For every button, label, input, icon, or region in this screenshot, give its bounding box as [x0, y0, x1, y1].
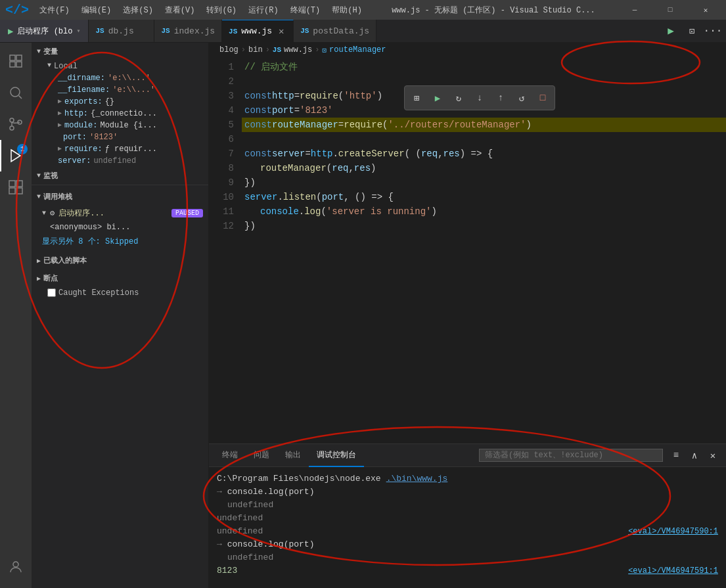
debug-restart-btn[interactable]: ↺: [512, 89, 531, 107]
debug-continue-btn[interactable]: ▶: [428, 89, 447, 107]
svg-point-6: [10, 118, 14, 122]
panel-close-btn[interactable]: ✕: [705, 447, 721, 463]
var-port[interactable]: port: '8123': [32, 131, 208, 143]
var-port-name: port:: [63, 133, 87, 142]
tab-db-label: db.js: [108, 26, 134, 36]
var-dirname[interactable]: __dirname: 'e:\\...': [32, 72, 208, 84]
tab-postdata[interactable]: JS postData.js: [294, 20, 376, 42]
str-port: '8123': [300, 103, 332, 118]
panel-tab-terminal[interactable]: 终端: [214, 444, 246, 467]
callstack-chevron: ▼: [37, 193, 41, 200]
panel-menu-btn[interactable]: ≡: [668, 447, 684, 463]
svg-rect-3: [16, 62, 22, 67]
breadcrumb-sep-3: ›: [315, 45, 319, 55]
menu-select[interactable]: 选择(S): [118, 3, 158, 17]
panel-tab-output[interactable]: 输出: [277, 444, 309, 467]
breadcrumb-js-icon: JS: [273, 46, 281, 54]
panel-tab-problems[interactable]: 问题: [246, 444, 277, 467]
activity-git[interactable]: [0, 108, 32, 140]
var-http[interactable]: ▶ http: {_connectio...: [32, 108, 208, 120]
activity-bar: 1 1: [0, 43, 32, 588]
var-require[interactable]: ▶ require: ƒ requir...: [32, 143, 208, 155]
var-exports-expand: ▶: [58, 97, 62, 105]
panel-up-btn[interactable]: ∧: [687, 447, 702, 463]
panel-tab-debug-console[interactable]: 调试控制台: [309, 444, 364, 467]
var-res-8: res: [354, 161, 371, 175]
debug-stepout-btn[interactable]: ↑: [491, 89, 510, 107]
caught-exceptions-checkbox[interactable]: [47, 288, 56, 297]
debug-stop-btn[interactable]: □: [533, 89, 552, 107]
var-exports-value: {}: [105, 97, 114, 106]
breadcrumb-file[interactable]: JS www.js: [273, 45, 312, 55]
var-exports[interactable]: ▶ exports: {}: [32, 96, 208, 108]
tab-www[interactable]: JS www.js ✕: [222, 20, 294, 42]
breadcrumb-sep-2: ›: [265, 45, 270, 55]
activity-explorer[interactable]: [0, 45, 32, 77]
eval-ref-2[interactable]: <eval>/VM46947591:1: [628, 564, 718, 577]
breadcrumb-blog[interactable]: blog: [219, 45, 238, 55]
var-server-name: server:: [58, 156, 91, 166]
menu-view[interactable]: 查看(V): [160, 3, 200, 17]
code-editor[interactable]: // 启动文件 const http = require ( 'http' ) …: [242, 57, 726, 443]
title-bar-left: </> 文件(F) 编辑(E) 选择(S) 查看(V) 转到(G) 运行(R) …: [5, 3, 367, 18]
punc-5b: ): [526, 118, 532, 132]
console-line-undef2: undefined: [217, 512, 718, 525]
menu-help[interactable]: 帮助(H): [327, 3, 367, 17]
minimize-button[interactable]: —: [620, 0, 650, 20]
activity-debug[interactable]: 1 1: [0, 140, 32, 171]
var-server-value: undefined: [93, 156, 136, 166]
code-line-6: [242, 132, 726, 147]
var-http-name: http:: [64, 109, 88, 118]
sidebar-section-variables: ▼ 变量 ▼ Local __dirname: 'e:\\...' __file…: [32, 43, 208, 167]
more-actions-button[interactable]: ···: [705, 23, 721, 39]
tab-www-close[interactable]: ✕: [276, 26, 286, 37]
callstack-startup[interactable]: ▼ ⚙ 启动程序... PAUSED: [32, 206, 208, 221]
window-title: www.js - 无标题 (工作区) - Visual Studio C...: [367, 5, 620, 16]
tab-db[interactable]: JS db.js: [89, 20, 154, 42]
breadcrumb-bin[interactable]: bin: [248, 45, 263, 55]
breadcrumb-route[interactable]: ⊡ routeManager: [322, 45, 386, 55]
svg-rect-13: [9, 181, 15, 187]
menu-goto[interactable]: 转到(G): [201, 3, 242, 17]
debug-stepinto-btn[interactable]: ↓: [470, 89, 489, 107]
var-module[interactable]: ▶ module: Module {i...: [32, 120, 208, 131]
tab-index[interactable]: JS index.js: [154, 20, 222, 42]
punc-7c: ) => {: [460, 147, 493, 161]
callstack-anonymous-frame[interactable]: <anonymous> bi...: [32, 221, 208, 234]
debug-grid-btn[interactable]: ⊞: [407, 89, 426, 107]
caught-exceptions-item[interactable]: Caught Exceptions: [32, 287, 208, 299]
punc-11b: ): [431, 204, 436, 219]
breakpoints-header[interactable]: ▶ 断点: [32, 269, 208, 287]
run-button-top[interactable]: ▶: [663, 23, 679, 39]
activity-extensions[interactable]: [0, 171, 32, 203]
local-section-header[interactable]: ▼ Local: [32, 60, 208, 72]
menu-run[interactable]: 运行(R): [243, 3, 284, 17]
sidebar-section-callstack: ▼ 调用堆栈 ▼ ⚙ 启动程序... PAUSED <anonymous> bi…: [32, 185, 208, 252]
op-eq-3: =: [294, 89, 300, 103]
filter-input[interactable]: [479, 449, 663, 462]
split-editor-button[interactable]: ⊡: [684, 23, 700, 39]
variables-header[interactable]: ▼ 变量: [32, 43, 208, 60]
menu-file[interactable]: 文件(F): [34, 3, 75, 17]
console-path-script: .\bin\www.js: [386, 472, 448, 486]
console-line-log1: → console.log(port): [217, 486, 718, 499]
activity-search[interactable]: [0, 77, 32, 108]
close-button[interactable]: ✕: [691, 0, 721, 20]
var-server[interactable]: server: undefined: [32, 155, 208, 167]
callstack-skipped[interactable]: 显示另外 8 个: Skipped: [32, 234, 208, 249]
run-bar-tab[interactable]: ▶ 启动程序 (blo ▾: [0, 20, 89, 42]
punc-8b: ,: [348, 161, 353, 175]
menu-edit[interactable]: 编辑(E): [76, 3, 117, 17]
callstack-header[interactable]: ▼ 调用堆栈: [32, 188, 208, 206]
watch-header[interactable]: ▼ 监视: [32, 167, 208, 185]
eval-ref-1[interactable]: <eval>/VM46947590:1: [628, 525, 718, 538]
maximize-button[interactable]: □: [655, 0, 685, 20]
scripts-header[interactable]: ▶ 已载入的脚本: [32, 252, 208, 269]
var-filename[interactable]: __filename: 'e:\\...': [32, 84, 208, 96]
vscode-logo: </>: [5, 3, 29, 18]
punc-3b: ): [377, 89, 382, 103]
activity-account[interactable]: [0, 551, 32, 583]
code-line-5: ▶ const routeManager = require ( '../rou…: [242, 118, 726, 132]
debug-stepover-btn[interactable]: ↻: [449, 89, 468, 107]
menu-terminal[interactable]: 终端(T): [285, 3, 326, 17]
